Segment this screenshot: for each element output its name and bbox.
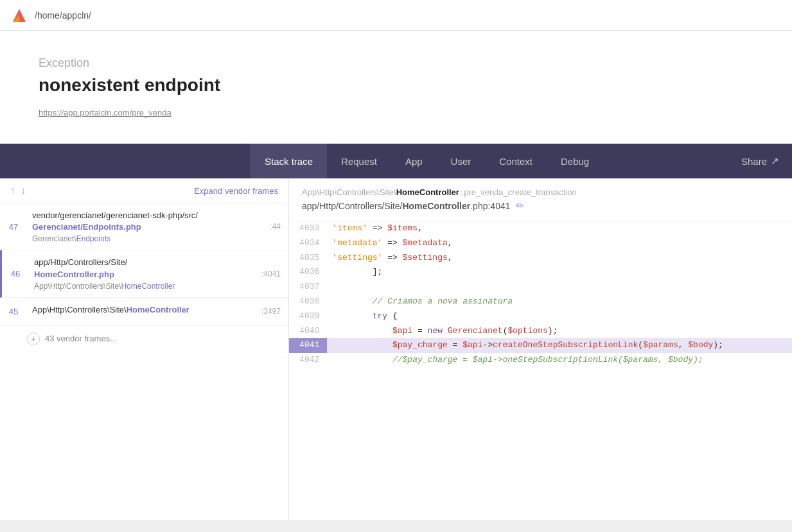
share-label: Share (741, 156, 767, 167)
line-code-active: $pay_charge = $api->createOneStepSubscri… (327, 338, 792, 353)
share-button[interactable]: Share ↗ (741, 155, 779, 167)
vendor-frames-row[interactable]: + 43 vendor frames... (0, 326, 288, 352)
frame-line: :44 (256, 203, 288, 250)
line-number-active: 4041 (289, 338, 327, 353)
stack-controls: ↑ ↓ Expand vendor frames (0, 178, 288, 203)
line-code (327, 280, 792, 295)
exception-panel: Exception nonexistent endpoint https://a… (0, 31, 792, 144)
tab-user[interactable]: User (437, 144, 486, 178)
line-code: // Criamos a nova assinatura (327, 295, 792, 309)
code-line: 4035 'settings' => $settings, (289, 251, 792, 266)
code-line: 4040 $api = new Gerencianet($options); (289, 324, 792, 339)
breadcrumb-path: /home/appcln/ (35, 10, 91, 21)
line-code: 'settings' => $settings, (327, 251, 792, 266)
frame-number: 46 (2, 250, 29, 296)
frame-class: Gerencianet\Endpoints (32, 234, 251, 243)
exception-title: nonexistent endpoint (39, 75, 753, 96)
code-table: 4033 'items' => $items, 4034 'metadata' … (289, 221, 792, 368)
line-number: 4035 (289, 251, 327, 266)
frame-file: vendor/gerencianet/gerencianet-sdk-php/s… (32, 210, 251, 233)
code-class-path: App\Http\Controllers\Site\HomeController… (302, 187, 779, 197)
tab-request[interactable]: Request (327, 144, 391, 178)
frame-file: app/Http/Controllers/Site/HomeController… (34, 257, 251, 280)
expand-vendor-link[interactable]: Expand vendor frames (194, 186, 278, 196)
arrow-up[interactable]: ↑ (10, 185, 15, 196)
line-code: //$pay_charge = $api->oneStepSubscriptio… (327, 353, 792, 368)
frame-number: 47 (0, 203, 27, 250)
line-number: 4037 (289, 280, 327, 295)
tab-stack-trace[interactable]: Stack trace (251, 144, 327, 178)
line-number: 4040 (289, 324, 327, 339)
frame-info: vendor/gerencianet/gerencianet-sdk-php/s… (27, 203, 256, 250)
edit-icon[interactable]: ✏ (516, 200, 524, 212)
frame-item[interactable]: 47 vendor/gerencianet/gerencianet-sdk-ph… (0, 203, 288, 250)
code-header: App\Http\Controllers\Site\HomeController… (289, 178, 792, 221)
stack-panel: ↑ ↓ Expand vendor frames 47 vendor/geren… (0, 178, 289, 520)
frame-class: App\Http\Controllers\Site\HomeController (34, 282, 251, 291)
code-line-active: 4041 $pay_charge = $api->createOneStepSu… (289, 338, 792, 353)
line-number: 4033 (289, 221, 327, 236)
tab-debug[interactable]: Debug (547, 144, 603, 178)
frame-number: 45 (0, 298, 27, 325)
tab-app[interactable]: App (391, 144, 437, 178)
tab-context[interactable]: Context (485, 144, 547, 178)
expand-vendor-button[interactable]: + (27, 332, 40, 345)
line-code: 'metadata' => $metadata, (327, 236, 792, 251)
code-line: 4038 // Criamos a nova assinatura (289, 295, 792, 309)
line-code: $api = new Gerencianet($options); (327, 324, 792, 339)
line-code: 'items' => $items, (327, 221, 792, 236)
code-line: 4036 ]; (289, 265, 792, 280)
code-line: 4042 //$pay_charge = $api->oneStepSubscr… (289, 353, 792, 368)
main-content: ↑ ↓ Expand vendor frames 47 vendor/geren… (0, 178, 792, 520)
frame-info: App\Http\Controllers\Site\HomeController (27, 298, 256, 325)
exception-url[interactable]: https://app.portalcln.com/pre_venda (39, 108, 172, 117)
code-line: 4033 'items' => $items, (289, 221, 792, 236)
line-number: 4034 (289, 236, 327, 251)
line-code: try { (327, 309, 792, 324)
line-number: 4038 (289, 295, 327, 309)
share-icon: ↗ (771, 155, 779, 167)
frame-line: :4041 (256, 250, 288, 296)
code-line: 4039 try { (289, 309, 792, 324)
tab-bar: Stack trace Request App User Context Deb… (0, 144, 792, 178)
frame-file: App\Http\Controllers\Site\HomeController (32, 304, 251, 316)
code-panel: App\Http\Controllers\Site\HomeController… (289, 178, 792, 520)
line-number: 4039 (289, 309, 327, 324)
code-file-path: app/Http/Controllers/Site/HomeController… (302, 200, 779, 212)
code-line: 4037 (289, 280, 792, 295)
line-number: 4036 (289, 265, 327, 280)
frame-info: app/Http/Controllers/Site/HomeController… (29, 250, 256, 296)
exception-label: Exception (39, 56, 753, 70)
frame-item[interactable]: 45 App\Http\Controllers\Site\HomeControl… (0, 298, 288, 326)
app-logo (10, 6, 28, 24)
frame-line: :3497 (256, 298, 288, 325)
stack-arrows: ↑ ↓ (10, 185, 26, 196)
vendor-frames-label: 43 vendor frames... (45, 334, 117, 343)
top-bar: /home/appcln/ (0, 0, 792, 31)
line-number: 4042 (289, 353, 327, 368)
line-code: ]; (327, 265, 792, 280)
arrow-down[interactable]: ↓ (21, 185, 26, 196)
code-line: 4034 'metadata' => $metadata, (289, 236, 792, 251)
frame-item-active[interactable]: 46 app/Http/Controllers/Site/HomeControl… (0, 250, 288, 297)
